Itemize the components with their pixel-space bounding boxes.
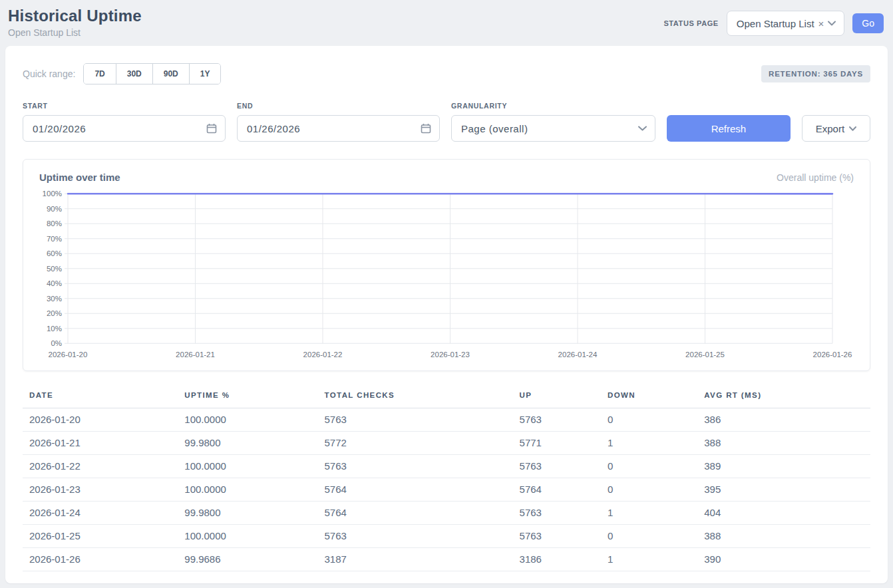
quick-range-group: 7D30D90D1Y	[83, 63, 221, 84]
x-axis-tick-label: 2026-01-24	[558, 350, 598, 359]
granularity-select[interactable]: Page (overall)	[451, 115, 655, 142]
quick-range-button-1y[interactable]: 1Y	[190, 64, 221, 84]
x-axis-tick-label: 2026-01-21	[176, 350, 215, 359]
table-cell: 5763	[325, 455, 520, 478]
uptime-table: DATEUPTIME %TOTAL CHECKSUPDOWNAVG RT (MS…	[23, 387, 870, 571]
table-cell: 390	[704, 548, 870, 571]
chart-header: Uptime over time Overall uptime (%)	[39, 172, 854, 183]
chart-legend: Overall uptime (%)	[777, 172, 854, 183]
table-row: 2026-01-25100.0000576357630388	[23, 525, 870, 548]
page-header: Historical Uptime Open Startup List STAT…	[0, 0, 893, 38]
table-cell: 388	[704, 525, 870, 548]
chevron-down-icon	[638, 126, 647, 131]
quick-range-left: Quick range: 7D30D90D1Y	[23, 63, 221, 84]
main-panel: Quick range: 7D30D90D1Y RETENTION: 365 D…	[5, 46, 888, 583]
table-cell: 386	[704, 408, 870, 432]
table-cell: 99.9800	[184, 432, 324, 455]
table-cell: 5763	[325, 525, 520, 548]
end-date-field: END 01/26/2026	[237, 102, 440, 142]
quick-range-button-30d[interactable]: 30D	[116, 64, 153, 84]
start-date-label: START	[23, 102, 226, 110]
table-row: 2026-01-23100.0000576457640395	[23, 478, 870, 502]
table-cell: 5763	[325, 408, 520, 432]
granularity-value: Page (overall)	[461, 123, 528, 134]
table-cell: 1	[608, 432, 704, 455]
table-cell: 100.0000	[184, 478, 324, 502]
page-title: Historical Uptime	[8, 7, 142, 25]
table-row: 2026-01-20100.0000576357630386	[23, 408, 870, 432]
column-header: DATE	[23, 387, 184, 408]
table-cell: 5763	[520, 502, 608, 525]
y-axis-tick-label: 50%	[47, 264, 62, 273]
export-button[interactable]: Export	[802, 115, 870, 142]
table-row: 2026-01-2499.9800576457631404	[23, 502, 870, 525]
x-axis-tick-label: 2026-01-22	[303, 350, 343, 359]
table-cell: 1	[608, 548, 704, 571]
y-axis-tick-label: 60%	[47, 249, 62, 257]
table-cell: 5764	[325, 478, 520, 502]
table-cell: 2026-01-25	[23, 525, 184, 548]
x-axis-tick-label: 2026-01-26	[813, 350, 852, 359]
table-cell: 0	[608, 408, 704, 432]
table-cell: 5771	[520, 432, 608, 455]
table-cell: 3187	[325, 548, 520, 571]
table-cell: 5764	[520, 478, 608, 502]
clear-icon[interactable]: ×	[818, 18, 824, 29]
column-header: DOWN	[608, 387, 704, 408]
table-cell: 100.0000	[184, 408, 324, 432]
calendar-icon[interactable]	[206, 123, 217, 134]
y-axis-tick-label: 10%	[47, 324, 62, 333]
go-button[interactable]: Go	[852, 13, 884, 33]
table-cell: 2026-01-20	[23, 408, 184, 432]
end-date-label: END	[237, 102, 440, 110]
table-cell: 3186	[520, 548, 608, 571]
table-cell: 99.9686	[184, 548, 324, 571]
calendar-icon[interactable]	[421, 123, 431, 134]
export-button-label: Export	[816, 123, 844, 134]
y-axis-tick-label: 40%	[47, 279, 62, 287]
table-header-row: DATEUPTIME %TOTAL CHECKSUPDOWNAVG RT (MS…	[23, 387, 870, 408]
quick-range-label: Quick range:	[23, 69, 75, 79]
end-date-value: 01/26/2026	[247, 123, 300, 134]
start-date-field: START 01/20/2026	[23, 102, 226, 142]
table-cell: 388	[704, 432, 870, 455]
x-axis-tick-label: 2026-01-23	[431, 350, 470, 359]
table-cell: 2026-01-24	[23, 502, 184, 525]
quick-range-button-7d[interactable]: 7D	[84, 64, 116, 84]
chart-card: Uptime over time Overall uptime (%) 0%10…	[23, 159, 870, 371]
y-axis-tick-label: 70%	[47, 234, 62, 243]
table-row: 2026-01-2199.9800577257711388	[23, 432, 870, 455]
chevron-down-icon	[828, 21, 836, 26]
page-heading: Historical Uptime Open Startup List	[8, 7, 142, 38]
column-header: UP	[520, 387, 608, 408]
quick-range-row: Quick range: 7D30D90D1Y RETENTION: 365 D…	[23, 63, 870, 84]
y-axis-tick-label: 0%	[51, 339, 62, 347]
status-page-label: STATUS PAGE	[663, 19, 718, 27]
column-header: TOTAL CHECKS	[325, 387, 520, 408]
table-cell: 404	[704, 502, 870, 525]
refresh-button[interactable]: Refresh	[667, 115, 791, 142]
granularity-label: GRANULARITY	[451, 102, 655, 110]
table-cell: 99.9800	[184, 502, 324, 525]
table-row: 2026-01-22100.0000576357630389	[23, 455, 870, 478]
end-date-input[interactable]: 01/26/2026	[237, 115, 440, 142]
y-axis-tick-label: 20%	[47, 309, 62, 317]
chart-title: Uptime over time	[39, 172, 120, 183]
table-cell: 5763	[520, 455, 608, 478]
table-cell: 389	[704, 455, 870, 478]
table-row: 2026-01-2699.9686318731861390	[23, 548, 870, 571]
table-cell: 5763	[520, 408, 608, 432]
table-cell: 100.0000	[184, 525, 324, 548]
table-cell: 0	[608, 478, 704, 502]
granularity-field: GRANULARITY Page (overall)	[451, 102, 655, 142]
quick-range-button-90d[interactable]: 90D	[153, 64, 190, 84]
table-cell: 0	[608, 455, 704, 478]
table-cell: 5763	[520, 525, 608, 548]
column-header: AVG RT (MS)	[704, 387, 870, 408]
header-right: STATUS PAGE Open Startup List × Go	[663, 11, 884, 36]
page-subtitle: Open Startup List	[8, 27, 142, 38]
start-date-input[interactable]: 01/20/2026	[23, 115, 226, 142]
table-cell: 5764	[325, 502, 520, 525]
table-cell: 2026-01-23	[23, 478, 184, 502]
status-page-select[interactable]: Open Startup List ×	[727, 11, 845, 36]
